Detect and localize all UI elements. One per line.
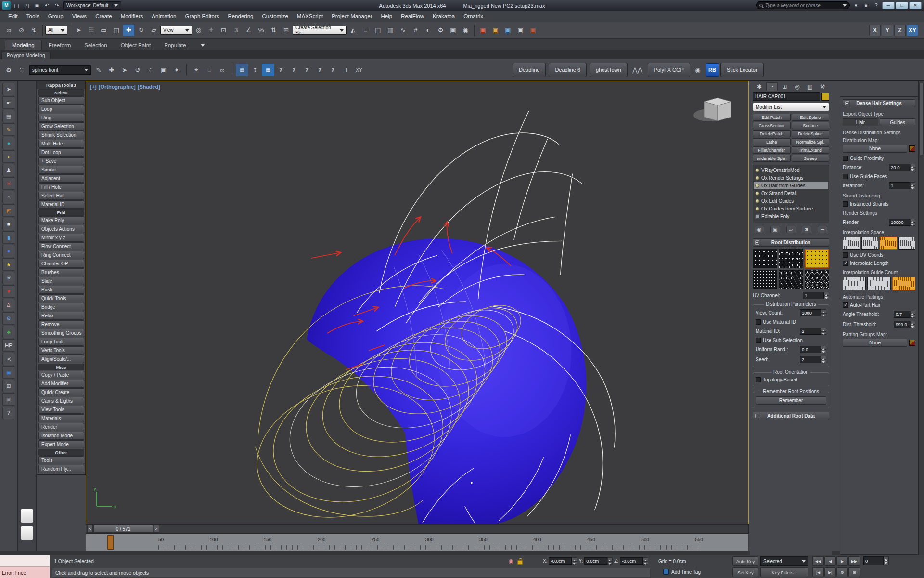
modifier-stack-row[interactable]: Ox Guides from Surface [754,205,828,212]
red-drop-icon[interactable]: ▼ [2,285,15,298]
edit-named-selection-sets-icon[interactable]: ⊞ [280,24,292,36]
grid-display-icon[interactable]: ▦ [236,64,248,76]
selection-lock-icon[interactable] [517,560,523,565]
go-end-button[interactable]: ▶▶ [848,556,860,566]
modifier-stack-row[interactable]: Ox Edit Guides [754,197,828,205]
angle-snap-icon[interactable]: ∠ [243,24,255,36]
custom-script-icon-5[interactable]: ▣ [527,24,539,36]
use-sub-selection-checkbox[interactable] [756,338,761,343]
rappatools-item[interactable]: Shrink Selection [38,131,84,139]
go-start-button[interactable]: ◀◀ [812,556,824,566]
gear-blue-icon[interactable]: ⚙ [2,312,15,325]
distribution-dense-thumb[interactable] [753,270,777,289]
visibility-bulb-icon[interactable] [755,214,759,219]
rappatools-item[interactable]: Add Modifier [38,380,84,388]
rappatools-item[interactable]: Isolation Mode [38,432,84,440]
menu-item[interactable]: Views [68,12,91,21]
rappatools-item[interactable]: Fill / Hole [38,183,84,191]
hp-icon[interactable]: HP [2,339,15,352]
play-button[interactable]: ▶ [836,556,848,566]
next-key-button[interactable]: ▶| [824,567,836,577]
rappatools-item[interactable]: Expert Mode [38,440,84,448]
menu-item[interactable]: RealFlow [397,12,428,21]
list-icon[interactable]: ≡ [203,64,216,76]
rappatools-item[interactable]: Misc [38,364,84,370]
new-scene-icon[interactable]: ▢ [12,1,21,10]
use-uv-coords-checkbox[interactable] [843,252,848,258]
capsule-icon[interactable]: ▮ [2,231,15,244]
close-button[interactable]: ✕ [909,2,922,9]
snowflake-icon[interactable]: ✳ [2,272,15,284]
drop-to-surface-icon[interactable]: ↧ [249,64,261,76]
uniform-rand-spinner[interactable]: 0.0 [800,346,826,353]
dark-cube-icon[interactable]: ▣ [2,393,15,406]
search-dropdown-icon[interactable] [843,4,847,9]
rappatools-item[interactable]: Smoothing Groups [38,329,84,337]
spline-edit-button[interactable]: Lathe [753,138,791,145]
redo-icon[interactable]: ↷ [52,1,62,10]
pink-figure-icon[interactable]: ♙ [2,299,15,311]
deadline-6-button[interactable]: Deadline 6 [549,63,587,77]
uv-channel-spinner[interactable]: 1 [803,292,829,299]
view-cube[interactable] [691,92,737,127]
menu-item[interactable]: Project Manager [327,12,376,21]
rappatools-item[interactable]: Ring Connect [38,251,84,259]
material-swatch[interactable] [21,509,33,523]
panel-layers-icon[interactable]: ▤ [2,110,15,122]
ribbon-tab[interactable]: Object Paint [114,40,158,50]
modifier-list-dropdown[interactable]: Modifier List [753,103,829,111]
rappatools-item[interactable]: Mirror x y z [38,234,84,242]
rappatools-item[interactable]: Tools [38,456,84,464]
viewport[interactable]: [+] [Orthographic] [Shaded] y x [86,81,749,524]
select-tool-icon[interactable]: ➤ [2,83,15,95]
select-plus-icon[interactable]: ➤ [118,64,131,76]
figure-icon[interactable]: ♟ [2,164,15,176]
y-coordinate-field[interactable]: 0.0cm [584,557,613,565]
select-and-move-icon[interactable]: ✚ [123,24,135,36]
named-selection-set-dropdown[interactable]: Create Selection Se [293,26,346,35]
ribbon-tab[interactable]: Modeling [5,40,42,50]
z-coordinate-field[interactable]: -0.0cm [620,557,648,565]
time-slider-handle[interactable]: 0 / 571 [93,525,153,533]
rappatools-item[interactable]: Edit [38,209,84,216]
scrollbar-thumb[interactable] [919,83,924,155]
graphite-tools-icon[interactable]: ⚙ [2,64,15,76]
remember-button[interactable]: Remember [756,396,826,405]
previous-frame-arrow[interactable]: < [87,525,93,533]
rappatools-item[interactable]: Quick Create [38,388,84,396]
rappatools-item[interactable]: Cams & Ligths [38,397,84,405]
rappatools-item[interactable]: Select Half [38,192,84,200]
add-time-tag[interactable]: Add Time Tag [663,569,701,575]
custom-script-icon-2[interactable]: ▣ [489,24,501,36]
time-slider[interactable]: < 0 / 571 > [86,524,749,534]
root-distribution-rollout[interactable]: Root Distribution [753,238,829,247]
maxscript-mini-listener[interactable]: Error: I nee [0,555,50,578]
rendered-frame-window-icon[interactable]: ▣ [447,24,459,36]
instanced-strands-checkbox[interactable] [843,201,848,207]
interp-space-icon-4[interactable] [898,237,916,250]
hierarchy-tab-icon[interactable]: ⊞ [779,82,790,91]
set-key-button[interactable]: Set Key [732,567,758,577]
rappatools-item[interactable]: Flow Connect [38,242,84,250]
pin-e-icon[interactable]: ⊼ [327,64,339,76]
welcome-screen-icon[interactable]: ◉ [508,558,513,565]
spline-edit-button[interactable]: enderable Splin [753,155,791,162]
rappatools-item[interactable]: Render [38,423,84,431]
use-pivot-center-icon[interactable]: ◎ [192,24,205,36]
menu-item[interactable]: Customize [257,12,292,21]
hair-button[interactable]: Hair [843,118,878,126]
distribution-mesh-thumb[interactable] [805,270,829,289]
unlink-selection-icon[interactable]: ⊘ [15,24,27,36]
schematic-view-icon[interactable]: # [410,24,422,36]
visibility-bulb-icon[interactable] [755,191,759,196]
listener-error-row[interactable]: Error: I nee [0,567,50,578]
favorites-icon[interactable]: ★ [861,1,871,10]
percent-snap-icon[interactable]: % [255,24,267,36]
star-icon[interactable]: ★ [2,258,15,271]
menu-item[interactable]: MAXScript [293,12,327,21]
listener-macro-row[interactable] [0,555,50,567]
display-tab-icon[interactable]: ▥ [804,82,816,91]
rappatools-item[interactable]: Other [38,449,84,456]
polygon-modeling-tab[interactable]: Polygon Modeling [1,52,51,59]
modifier-stack-row[interactable]: VRayOrnatrixMod [754,166,828,174]
